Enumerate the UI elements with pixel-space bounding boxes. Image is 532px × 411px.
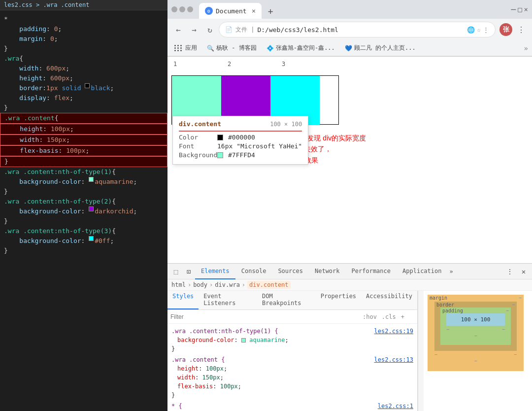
breadcrumb-divwra[interactable]: div.wra: [215, 281, 240, 288]
styles-tab-styles[interactable]: Styles: [167, 291, 199, 309]
styles-tab-accessibility[interactable]: Accessibility: [361, 291, 417, 309]
devtools-tab-application[interactable]: Application: [397, 264, 447, 279]
filter-hov-button[interactable]: :hov: [361, 313, 379, 321]
styles-tab-dom-breakpoints[interactable]: DOM Breakpoints: [257, 291, 316, 309]
code-line: width: 600px;: [0, 64, 167, 73]
margin-left: −: [434, 352, 437, 357]
breadcrumb-html[interactable]: html: [171, 281, 186, 288]
highlighted-code-line: .wra .content{: [0, 113, 167, 124]
devtools-settings-icon[interactable]: ⋮: [503, 265, 516, 278]
styles-scrollbar[interactable]: [418, 291, 424, 411]
rule-selector: .wra .content:nth-of-type(1) {: [171, 328, 278, 335]
bookmark-label: 顾二凡 的个人主页...: [354, 44, 416, 52]
rule-source-link2[interactable]: les2.css:13: [374, 355, 413, 364]
filter-cls-button[interactable]: .cls: [380, 313, 398, 321]
margin-bottom: −: [474, 358, 477, 364]
devtools-device-icon[interactable]: ⊡: [182, 265, 195, 278]
forward-button[interactable]: →: [187, 23, 201, 36]
new-tab-button[interactable]: +: [264, 4, 277, 18]
tooltip-bg-swatch: [217, 152, 223, 158]
bookmark-icon-guer: 💙: [345, 45, 352, 52]
rule-source-link[interactable]: les2.css:19: [374, 327, 413, 336]
devtools-tab-sources[interactable]: Sources: [272, 264, 309, 279]
bookmark-icon-yanggeng: 🔍: [207, 45, 214, 52]
more-options-button[interactable]: ⋮: [514, 23, 528, 36]
styles-tabs-bar: Styles Event Listeners DOM Breakpoints P…: [167, 291, 417, 310]
bookmarks-more[interactable]: »: [524, 44, 528, 52]
code-line: *: [0, 14, 167, 24]
padding-left: −: [446, 327, 449, 332]
rule-source-link3[interactable]: les2.css:1: [378, 402, 413, 411]
navigation-bar: ← → ↻ 📄 文件 | D:/web/css3/les2.html 🌐 ☆ ⋮…: [167, 19, 532, 40]
bookmark-zhangxinxu[interactable]: 💠 张鑫旭-鑫空间-鑫...: [264, 43, 338, 53]
tooltip-header: div.content 100 × 100: [179, 120, 302, 128]
tooltip-color-label: Color: [179, 134, 214, 141]
devtools-inspect-icon[interactable]: ⬚: [169, 265, 182, 278]
address-bar[interactable]: 📄 文件 | D:/web/css3/les2.html 🌐 ☆ ⋮: [219, 22, 496, 37]
window-maximize[interactable]: [179, 6, 185, 12]
devtools-box-model: margin − border − padding − 100 × 100: [424, 291, 532, 411]
code-line: padding: 0;: [0, 24, 167, 34]
code-line: background-color: darkorchid;: [0, 206, 167, 216]
devtools-tab-console[interactable]: Console: [235, 264, 272, 279]
more-icon[interactable]: ⋮: [483, 26, 489, 34]
browser-tab[interactable]: ⚙ Document ×: [199, 3, 262, 19]
element-tooltip: div.content 100 × 100 Color #000000 Font…: [172, 116, 308, 165]
window-minimize[interactable]: [171, 6, 177, 12]
maximize-window-btn[interactable]: □: [518, 5, 522, 13]
devtools-tab-elements[interactable]: Elements: [195, 264, 235, 279]
tab-close-button[interactable]: ×: [252, 7, 256, 15]
address-file-icon: 📄: [225, 26, 233, 33]
breadcrumb-divcontent[interactable]: div.content: [247, 281, 290, 289]
border-dash-label: −: [512, 302, 515, 308]
styles-content: .wra .content:nth-of-type(1) { les2.css:…: [167, 324, 417, 411]
minimize-window-btn[interactable]: ─: [511, 5, 516, 14]
webpage-area: 1 2 3 div.content 100 × 100 Color: [167, 57, 532, 263]
filter-input[interactable]: [170, 313, 359, 320]
tooltip-color-swatch: [217, 135, 223, 140]
filter-buttons: :hov .cls +: [361, 313, 406, 321]
user-avatar[interactable]: 张: [499, 23, 512, 36]
back-button[interactable]: ←: [171, 23, 185, 36]
style-rule-header3: * { les2.css:1: [171, 402, 413, 411]
filter-add-button[interactable]: +: [399, 313, 406, 321]
prop-flex-basis-val: 100px: [220, 383, 238, 390]
bookmark-guer[interactable]: 💙 顾二凡 的个人主页...: [342, 43, 419, 53]
browser-chrome: ⚙ Document × + ─ □ × ← → ↻ 📄 文件 | D:/web…: [167, 0, 532, 57]
rule-props: background-color: aquamarine;: [171, 336, 413, 344]
devtools-tab-network[interactable]: Network: [309, 264, 346, 279]
tab-title: Document: [216, 7, 247, 15]
styles-tab-properties[interactable]: Properties: [316, 291, 361, 309]
close-window-btn[interactable]: ×: [524, 5, 528, 13]
breadcrumb-sep: ›: [209, 281, 213, 288]
style-rule-nth1: .wra .content:nth-of-type(1) { les2.css:…: [167, 326, 417, 354]
devtools-tab-performance[interactable]: Performance: [346, 264, 397, 279]
tooltip-bg-value: #7FFFD4: [228, 151, 255, 159]
devtools-more-tabs[interactable]: »: [448, 268, 455, 275]
styles-tab-event-listeners[interactable]: Event Listeners: [199, 291, 257, 309]
box-model-margin-label: margin: [430, 295, 447, 301]
address-actions: 🌐 ☆ ⋮: [467, 26, 489, 34]
address-text[interactable]: D:/web/css3/les2.html: [257, 26, 464, 34]
code-line: background-color: #0ff;: [0, 236, 167, 246]
box-model-border-label: border: [436, 302, 454, 308]
padding-dash-label: −: [506, 308, 509, 313]
apps-bookmark[interactable]: 应用: [171, 43, 200, 53]
refresh-button[interactable]: ↻: [203, 23, 217, 36]
devtools-close-button[interactable]: ✕: [517, 265, 530, 278]
window-close[interactable]: [187, 6, 193, 12]
devtools-toolbar: ⬚ ⊡ Elements Console Sources Network Per…: [167, 264, 532, 279]
translate-icon[interactable]: 🌐: [467, 26, 475, 34]
code-line: .wra .content:nth-of-type(2){: [0, 197, 167, 206]
bookmark-yanggeng[interactable]: 🔍 杨耿 - 博客园: [204, 43, 260, 53]
devtools-breadcrumb: html › body › div.wra › div.content: [167, 279, 532, 291]
box-model-content-size: 100 × 100: [461, 316, 491, 323]
bookmark-icon-zhang: 💠: [266, 45, 274, 52]
tooltip-tag: div.content: [179, 120, 221, 128]
box-model-padding: padding − 100 × 100 − −: [440, 308, 511, 345]
bookmark-icon[interactable]: ☆: [477, 26, 481, 34]
code-line: background-color: aquamarine;: [0, 177, 167, 187]
devtools-close-area: ⋮ ✕: [503, 265, 530, 278]
breadcrumb-body[interactable]: body: [193, 281, 207, 288]
page-num-2: 2: [226, 59, 280, 69]
